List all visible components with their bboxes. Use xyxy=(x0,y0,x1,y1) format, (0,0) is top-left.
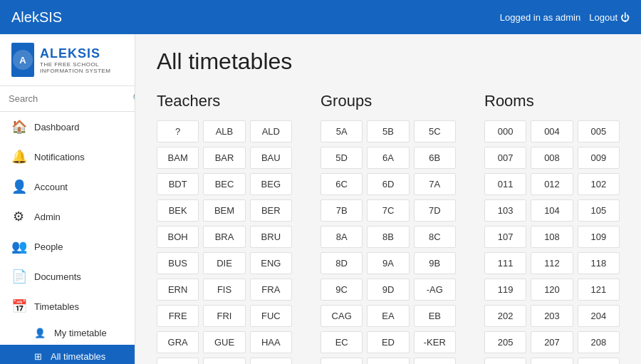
list-item[interactable]: -MIST xyxy=(320,358,363,364)
list-item[interactable]: 7B xyxy=(320,199,363,222)
list-item[interactable]: 6D xyxy=(367,173,409,195)
nav-item-documents[interactable]: 📄 Documents xyxy=(0,261,135,291)
nav-sub-item-my-timetable[interactable]: 👤 My timetable xyxy=(0,321,135,345)
list-item[interactable]: 105 xyxy=(578,199,620,222)
list-item[interactable]: 203 xyxy=(531,305,573,327)
nav-item-people[interactable]: 👥 People xyxy=(0,232,135,261)
list-item[interactable]: CAG xyxy=(320,305,363,327)
list-item[interactable]: BOH xyxy=(157,226,199,248)
list-item[interactable]: 8C xyxy=(414,226,456,248)
list-item[interactable]: 109 xyxy=(578,226,620,248)
list-item[interactable]: GUE xyxy=(203,331,245,353)
list-item[interactable]: ERN xyxy=(157,279,199,301)
list-item[interactable]: 208 xyxy=(578,331,620,353)
list-item[interactable]: -AG xyxy=(414,279,456,301)
list-item[interactable]: 5B xyxy=(367,120,409,142)
list-item[interactable]: BDT xyxy=(157,173,199,195)
list-item[interactable]: 6C xyxy=(320,173,363,195)
list-item[interactable]: 120 xyxy=(531,279,573,301)
list-item[interactable]: EA xyxy=(367,305,409,327)
list-item[interactable]: FRI xyxy=(203,305,245,327)
list-item[interactable]: -KER xyxy=(414,331,456,353)
list-item[interactable]: 5C xyxy=(414,120,456,142)
list-item[interactable]: 6B xyxy=(414,147,456,169)
list-item[interactable]: HAA xyxy=(250,331,292,353)
list-item[interactable]: ED xyxy=(367,331,409,353)
list-item[interactable]: 209 xyxy=(484,358,526,364)
list-item[interactable]: BEG xyxy=(250,173,292,195)
list-item[interactable]: -PR xyxy=(367,358,409,364)
list-item[interactable]: 103 xyxy=(484,199,526,222)
list-item[interactable]: 6A xyxy=(367,147,409,169)
list-item[interactable]: HAH xyxy=(157,358,199,364)
list-item[interactable]: 210 xyxy=(531,358,573,364)
list-item[interactable]: 9A xyxy=(367,252,409,274)
list-item[interactable]: FRE xyxy=(157,305,199,327)
list-item[interactable]: GRA xyxy=(157,331,199,353)
list-item[interactable]: 204 xyxy=(578,305,620,327)
list-item[interactable]: Q1A xyxy=(414,358,456,364)
list-item[interactable]: 7D xyxy=(414,199,456,222)
list-item[interactable]: 5D xyxy=(320,147,363,169)
list-item[interactable]: 205 xyxy=(484,331,526,353)
list-item[interactable]: 011 xyxy=(484,173,526,195)
list-item[interactable]: 7A xyxy=(414,173,456,195)
list-item[interactable]: EC xyxy=(320,331,363,353)
list-item[interactable]: 012 xyxy=(531,173,573,195)
list-item[interactable]: 000 xyxy=(484,120,526,142)
list-item[interactable]: 118 xyxy=(578,252,620,274)
logout-button[interactable]: Logout ⏻ xyxy=(589,12,630,23)
list-item[interactable]: 211 xyxy=(578,358,620,364)
list-item[interactable]: 119 xyxy=(484,279,526,301)
list-item[interactable]: EB xyxy=(414,305,456,327)
list-item[interactable]: FRA xyxy=(250,279,292,301)
list-item[interactable]: BAR xyxy=(203,147,245,169)
list-item[interactable]: 009 xyxy=(578,147,620,169)
list-item[interactable]: ENG xyxy=(250,252,292,274)
list-item[interactable]: 112 xyxy=(531,252,573,274)
list-item[interactable]: 121 xyxy=(578,279,620,301)
list-item[interactable]: BAU xyxy=(250,147,292,169)
list-item[interactable]: 108 xyxy=(531,226,573,248)
list-item[interactable]: BRA xyxy=(203,226,245,248)
list-item[interactable]: 008 xyxy=(531,147,573,169)
list-item[interactable]: 8D xyxy=(320,252,363,274)
list-item[interactable]: BAM xyxy=(157,147,199,169)
list-item[interactable]: BEM xyxy=(203,199,245,222)
list-item[interactable]: 107 xyxy=(484,226,526,248)
list-item[interactable]: BEC xyxy=(203,173,245,195)
list-item[interactable]: FUC xyxy=(250,305,292,327)
list-item[interactable]: 9D xyxy=(367,279,409,301)
list-item[interactable]: 007 xyxy=(484,147,526,169)
list-item[interactable]: 202 xyxy=(484,305,526,327)
list-item[interactable]: 8A xyxy=(320,226,363,248)
list-item[interactable]: 207 xyxy=(531,331,573,353)
list-item[interactable]: 111 xyxy=(484,252,526,274)
nav-item-dashboard[interactable]: 🏠 Dashboard xyxy=(0,112,135,142)
list-item[interactable]: DIE xyxy=(203,252,245,274)
nav-sub-item-all-timetables[interactable]: ⊞ All timetables xyxy=(0,345,135,364)
nav-item-admin[interactable]: ⚙ Admin xyxy=(0,202,135,232)
list-item[interactable]: HER xyxy=(250,358,292,364)
list-item[interactable]: BRU xyxy=(250,226,292,248)
list-item[interactable]: 9B xyxy=(414,252,456,274)
list-item[interactable]: FIS xyxy=(203,279,245,301)
list-item[interactable]: HEI xyxy=(203,358,245,364)
list-item[interactable]: 104 xyxy=(531,199,573,222)
nav-item-timetables[interactable]: 📅 Timetables xyxy=(0,291,135,321)
search-input[interactable] xyxy=(9,93,128,104)
list-item[interactable]: ALD xyxy=(250,120,292,142)
list-item[interactable]: 005 xyxy=(578,120,620,142)
list-item[interactable]: 9C xyxy=(320,279,363,301)
nav-item-account[interactable]: 👤 Account xyxy=(0,172,135,202)
nav-item-notifications[interactable]: 🔔 Notifications xyxy=(0,142,135,172)
list-item[interactable]: 004 xyxy=(531,120,573,142)
list-item[interactable]: 102 xyxy=(578,173,620,195)
list-item[interactable]: BUS xyxy=(157,252,199,274)
list-item[interactable]: BEK xyxy=(157,199,199,222)
list-item[interactable]: ALB xyxy=(203,120,245,142)
list-item[interactable]: BER xyxy=(250,199,292,222)
list-item[interactable]: 7C xyxy=(367,199,409,222)
list-item[interactable]: 5A xyxy=(320,120,363,142)
list-item[interactable]: 8B xyxy=(367,226,409,248)
